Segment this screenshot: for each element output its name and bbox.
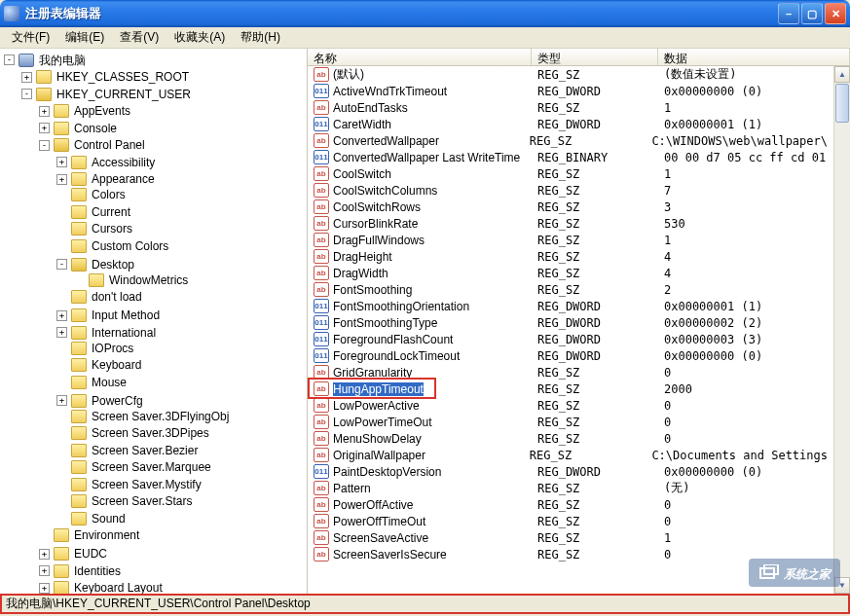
value-name: PowerOffTimeOut (333, 515, 425, 528)
tree-item-environment[interactable]: Environment (39, 527, 307, 545)
scroll-thumb[interactable] (835, 84, 849, 123)
tree-item-screen-saver-marquee[interactable]: Screen Saver.Marquee (56, 459, 307, 477)
tree-item-keyboard[interactable]: Keyboard (56, 357, 307, 375)
tree-item-colors[interactable]: Colors (56, 187, 307, 204)
value-row[interactable]: 011ConvertedWallpaper Last WriteTimeREG_… (308, 149, 833, 165)
value-name: ConvertedWallpaper Last WriteTime (333, 151, 520, 164)
menu-view[interactable]: 查看(V) (112, 27, 166, 48)
value-name: CoolSwitchColumns (333, 184, 437, 198)
value-row[interactable]: abScreenSaveActiveREG_SZ1 (308, 529, 833, 546)
value-type: REG_SZ (532, 234, 658, 247)
value-row[interactable]: abScreenSaverIsSecureREG_SZ0 (308, 546, 833, 562)
tree-item-screen-saver-3dpipes[interactable]: Screen Saver.3DPipes (56, 425, 307, 443)
column-type[interactable]: 类型 (532, 49, 658, 65)
app-icon (4, 6, 19, 21)
tree-item-keyboard-layout[interactable]: +Keyboard Layout (39, 579, 307, 595)
minimize-button[interactable]: – (778, 3, 799, 24)
maximize-button[interactable]: ▢ (801, 3, 823, 24)
value-data: 0 (658, 515, 833, 528)
value-row[interactable]: abDragHeightREG_SZ4 (308, 248, 833, 265)
value-data: 2000 (658, 382, 833, 396)
value-row[interactable]: abCoolSwitchREG_SZ1 (308, 165, 833, 182)
folder-icon (71, 478, 87, 491)
tree-item-mouse[interactable]: Mouse (56, 375, 307, 392)
tree-item-control-panel[interactable]: -Control Panel+Accessibility+AppearanceC… (39, 136, 307, 528)
scroll-down-button[interactable]: ▼ (834, 577, 850, 594)
value-row[interactable]: abDragFullWindowsREG_SZ1 (308, 232, 833, 248)
value-row[interactable]: abLowPowerTimeOutREG_SZ0 (308, 414, 833, 430)
value-row[interactable]: abMenuShowDelayREG_SZ0 (308, 430, 833, 447)
tree-item-input-method[interactable]: +Input Method (56, 307, 307, 324)
value-data: 0 (658, 416, 833, 429)
value-row[interactable]: abCursorBlinkRateREG_SZ530 (308, 215, 833, 232)
menu-edit[interactable]: 编辑(E) (57, 27, 112, 48)
menu-favorites[interactable]: 收藏夹(A) (166, 27, 233, 48)
value-row[interactable]: abOriginalWallpaperREG_SZC:\Documents an… (308, 447, 833, 463)
value-row[interactable]: abGridGranularityREG_SZ0 (308, 364, 833, 380)
tree-item-screen-saver-stars[interactable]: Screen Saver.Stars (56, 493, 307, 511)
tree-item-identities[interactable]: +Identities (39, 562, 307, 579)
tree-item-international[interactable]: +International (56, 323, 307, 341)
tree-item-screen-saver-3dflyingobj[interactable]: Screen Saver.3DFlyingObj (56, 409, 307, 426)
value-row[interactable]: 011ForegroundFlashCountREG_DWORD0x000000… (308, 331, 833, 347)
folder-icon (71, 394, 87, 408)
value-row[interactable]: abFontSmoothingREG_SZ2 (308, 281, 833, 298)
column-data[interactable]: 数据 (658, 49, 850, 65)
tree-item-windowmetrics[interactable]: WindowMetrics (74, 272, 307, 290)
tree-pane[interactable]: -我的电脑 +HKEY_CLASSES_ROOT -HKEY_CURRENT_U… (0, 49, 308, 594)
string-icon: ab (314, 166, 329, 181)
value-row[interactable]: abPowerOffTimeOutREG_SZ0 (308, 513, 833, 529)
value-row[interactable]: abDragWidthREG_SZ4 (308, 265, 833, 281)
value-type: REG_DWORD (532, 85, 658, 98)
vertical-scrollbar[interactable]: ▲ ▼ (833, 66, 850, 594)
scroll-up-button[interactable]: ▲ (834, 66, 850, 83)
tree-item-appearance[interactable]: +Appearance (56, 170, 307, 188)
value-row[interactable]: abConvertedWallpaperREG_SZC:\WINDOWS\web… (308, 132, 833, 149)
tree-root[interactable]: -我的电脑 +HKEY_CLASSES_ROOT -HKEY_CURRENT_U… (4, 51, 307, 594)
tree-hkey-classes[interactable]: +HKEY_CLASSES_ROOT (21, 68, 307, 86)
value-name: CoolSwitchRows (333, 200, 421, 214)
value-data: 00 00 d7 05 cc ff cd 01 (658, 151, 833, 164)
tree-item-screen-saver-bezier[interactable]: Screen Saver.Bezier (56, 443, 307, 460)
close-button[interactable]: ✕ (825, 3, 846, 24)
value-row[interactable]: abPatternREG_SZ(无) (308, 480, 833, 496)
value-type: REG_DWORD (532, 118, 658, 131)
tree-item-don-t-load[interactable]: don't load (56, 289, 307, 307)
value-row[interactable]: abAutoEndTasksREG_SZ1 (308, 99, 833, 116)
value-row[interactable]: 011FontSmoothingOrientationREG_DWORD0x00… (308, 298, 833, 314)
tree-item-console[interactable]: +Console (39, 119, 307, 136)
menu-help[interactable]: 帮助(H) (233, 27, 288, 48)
tree-item-desktop[interactable]: -DesktopWindowMetrics (56, 255, 307, 289)
tree-item-powercfg[interactable]: +PowerCfg (56, 391, 307, 409)
list-body[interactable]: ab(默认)REG_SZ(数值未设置)011ActiveWndTrkTimeou… (308, 66, 833, 594)
value-row[interactable]: abLowPowerActiveREG_SZ0 (308, 397, 833, 414)
value-row[interactable]: 011PaintDesktopVersionREG_DWORD0x0000000… (308, 463, 833, 480)
tree-item-appevents[interactable]: +AppEvents (39, 102, 307, 120)
tree-item-sound[interactable]: Sound (56, 511, 307, 528)
tree-item-screen-saver-mystify[interactable]: Screen Saver.Mystify (56, 477, 307, 494)
tree-item-accessibility[interactable]: +Accessibility (56, 153, 307, 170)
value-data: 1 (658, 167, 833, 181)
string-icon: ab (314, 514, 329, 528)
list-pane: 名称 类型 数据 ab(默认)REG_SZ(数值未设置)011ActiveWnd… (308, 49, 850, 594)
menu-file[interactable]: 文件(F) (4, 27, 57, 48)
value-row[interactable]: abCoolSwitchColumnsREG_SZ7 (308, 182, 833, 199)
value-type: REG_DWORD (532, 300, 658, 313)
value-row[interactable]: abPowerOffActiveREG_SZ0 (308, 496, 833, 513)
value-row[interactable]: abHungAppTimeoutREG_SZ2000 (308, 380, 833, 397)
tree-item-current[interactable]: Current (56, 204, 307, 222)
value-type: REG_SZ (532, 548, 658, 562)
value-row[interactable]: 011CaretWidthREG_DWORD0x00000001 (1) (308, 116, 833, 132)
tree-item-custom-colors[interactable]: Custom Colors (56, 238, 307, 256)
tree-hkey-current-user[interactable]: -HKEY_CURRENT_USER +AppEvents+Console-Co… (21, 85, 307, 594)
value-type: REG_SZ (524, 449, 647, 462)
tree-item-eudc[interactable]: +EUDC (39, 545, 307, 562)
tree-item-cursors[interactable]: Cursors (56, 221, 307, 238)
value-row[interactable]: ab(默认)REG_SZ(数值未设置) (308, 66, 833, 83)
column-name[interactable]: 名称 (308, 49, 532, 65)
value-row[interactable]: 011FontSmoothingTypeREG_DWORD0x00000002 … (308, 314, 833, 331)
value-row[interactable]: 011ForegroundLockTimeoutREG_DWORD0x00000… (308, 347, 833, 364)
value-row[interactable]: 011ActiveWndTrkTimeoutREG_DWORD0x0000000… (308, 83, 833, 99)
tree-item-ioprocs[interactable]: IOProcs (56, 341, 307, 358)
value-row[interactable]: abCoolSwitchRowsREG_SZ3 (308, 199, 833, 215)
